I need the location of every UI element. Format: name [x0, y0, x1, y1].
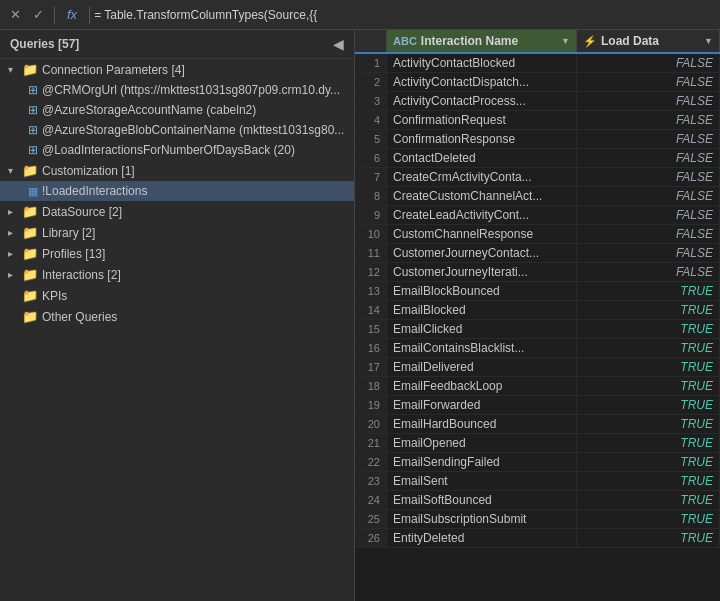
cell-load-data: FALSE [577, 168, 720, 186]
tree-item-azure-blob-container[interactable]: ⊞ @AzureStorageBlobContainerName (mkttes… [0, 120, 354, 140]
table-row[interactable]: 15EmailClickedTRUE [355, 320, 720, 339]
tree-group-datasource[interactable]: ▸ 📁 DataSource [2] [0, 201, 354, 222]
table-row[interactable]: 1ActivityContactBlockedFALSE [355, 54, 720, 73]
cell-row-num: 16 [355, 339, 387, 357]
col-header-name[interactable]: ABC Interaction Name ▼ [387, 30, 577, 52]
cell-load-data: FALSE [577, 73, 720, 91]
table-row[interactable]: 25EmailSubscriptionSubmitTRUE [355, 510, 720, 529]
close-icon[interactable]: ✕ [4, 7, 27, 22]
item-label: !LoadedInteractions [42, 184, 147, 198]
arrow-icon: ▾ [8, 64, 18, 75]
arrow-icon: ▾ [8, 165, 18, 176]
param-icon: ⊞ [28, 83, 38, 97]
cell-load-data: FALSE [577, 263, 720, 281]
folder-icon: 📁 [22, 267, 38, 282]
arrow-icon: ▸ [8, 269, 18, 280]
group-label: Other Queries [42, 310, 117, 324]
cell-row-num: 4 [355, 111, 387, 129]
cell-row-num: 1 [355, 54, 387, 72]
data-body[interactable]: 1ActivityContactBlockedFALSE2ActivityCon… [355, 54, 720, 601]
group-label: Profiles [13] [42, 247, 105, 261]
cell-load-data: TRUE [577, 453, 720, 471]
table-row[interactable]: 23EmailSentTRUE [355, 472, 720, 491]
table-row[interactable]: 14EmailBlockedTRUE [355, 301, 720, 320]
cell-row-num: 3 [355, 92, 387, 110]
table-row[interactable]: 11CustomerJourneyContact...FALSE [355, 244, 720, 263]
table-row[interactable]: 3ActivityContactProcess...FALSE [355, 92, 720, 111]
table-row[interactable]: 12CustomerJourneyIterati...FALSE [355, 263, 720, 282]
tree-item-load-interactions[interactable]: ⊞ @LoadInteractionsForNumberOfDaysBack (… [0, 140, 354, 160]
arrow-icon: ▸ [8, 206, 18, 217]
group-label: KPIs [42, 289, 67, 303]
cell-interaction-name: CreateLeadActivityCont... [387, 206, 577, 224]
cell-row-num: 26 [355, 529, 387, 547]
cell-row-num: 9 [355, 206, 387, 224]
cell-interaction-name: ActivityContactBlocked [387, 54, 577, 72]
collapse-button[interactable]: ◀ [333, 36, 344, 52]
col-sort-name[interactable]: ▼ [557, 36, 570, 46]
cell-interaction-name: EmailSent [387, 472, 577, 490]
cell-interaction-name: EmailClicked [387, 320, 577, 338]
table-row[interactable]: 9CreateLeadActivityCont...FALSE [355, 206, 720, 225]
table-row[interactable]: 22EmailSendingFailedTRUE [355, 453, 720, 472]
table-row[interactable]: 18EmailFeedbackLoopTRUE [355, 377, 720, 396]
tree-item-loaded-interactions[interactable]: ▦ !LoadedInteractions [0, 181, 354, 201]
table-row[interactable]: 6ContactDeletedFALSE [355, 149, 720, 168]
table-row[interactable]: 13EmailBlockBouncedTRUE [355, 282, 720, 301]
table-row[interactable]: 20EmailHardBouncedTRUE [355, 415, 720, 434]
tree-item-crm-org-url[interactable]: ⊞ @CRMOrgUrl (https://mkttest1031sg807p0… [0, 80, 354, 100]
cell-load-data: TRUE [577, 358, 720, 376]
cell-row-num: 15 [355, 320, 387, 338]
queries-list[interactable]: ▾ 📁 Connection Parameters [4] ⊞ @CRMOrgU… [0, 59, 354, 601]
cell-interaction-name: ConfirmationRequest [387, 111, 577, 129]
tree-group-interactions[interactable]: ▸ 📁 Interactions [2] [0, 264, 354, 285]
table-row[interactable]: 5ConfirmationResponseFALSE [355, 130, 720, 149]
cell-interaction-name: ActivityContactProcess... [387, 92, 577, 110]
cell-interaction-name: EntityDeleted [387, 529, 577, 547]
tree-group-library[interactable]: ▸ 📁 Library [2] [0, 222, 354, 243]
tree-group-customization[interactable]: ▾ 📁 Customization [1] [0, 160, 354, 181]
tree-item-azure-storage-account[interactable]: ⊞ @AzureStorageAccountName (cabeln2) [0, 100, 354, 120]
item-label: @AzureStorageAccountName (cabeln2) [42, 103, 256, 117]
tree-group-connection-params[interactable]: ▾ 📁 Connection Parameters [4] [0, 59, 354, 80]
cell-row-num: 11 [355, 244, 387, 262]
cell-interaction-name: ConfirmationResponse [387, 130, 577, 148]
check-icon[interactable]: ✓ [27, 7, 50, 22]
cell-load-data: TRUE [577, 472, 720, 490]
table-row[interactable]: 10CustomChannelResponseFALSE [355, 225, 720, 244]
cell-load-data: TRUE [577, 301, 720, 319]
table-row[interactable]: 19EmailForwardedTRUE [355, 396, 720, 415]
cell-row-num: 2 [355, 73, 387, 91]
table-row[interactable]: 4ConfirmationRequestFALSE [355, 111, 720, 130]
tree-group-kpis[interactable]: 📁 KPIs [0, 285, 354, 306]
cell-row-num: 22 [355, 453, 387, 471]
cell-load-data: TRUE [577, 491, 720, 509]
group-label: Interactions [2] [42, 268, 121, 282]
cell-interaction-name: EmailOpened [387, 434, 577, 452]
table-row[interactable]: 7CreateCrmActivityConta...FALSE [355, 168, 720, 187]
table-row[interactable]: 2ActivityContactDispatch...FALSE [355, 73, 720, 92]
table-row[interactable]: 8CreateCustomChannelAct...FALSE [355, 187, 720, 206]
col-header-load[interactable]: ⚡ Load Data ▼ [577, 30, 720, 52]
col-sort-load[interactable]: ▼ [700, 36, 713, 46]
formula-text: = Table.TransformColumnTypes(Source,{{ [94, 8, 716, 22]
cell-load-data: TRUE [577, 282, 720, 300]
cell-row-num: 20 [355, 415, 387, 433]
main-layout: Queries [57] ◀ ▾ 📁 Connection Parameters… [0, 30, 720, 601]
cell-row-num: 21 [355, 434, 387, 452]
queries-title: Queries [57] [10, 37, 79, 51]
table-row[interactable]: 16EmailContainsBlacklist...TRUE [355, 339, 720, 358]
table-row[interactable]: 17EmailDeliveredTRUE [355, 358, 720, 377]
table-row[interactable]: 21EmailOpenedTRUE [355, 434, 720, 453]
folder-icon: 📁 [22, 246, 38, 261]
table-row[interactable]: 26EntityDeletedTRUE [355, 529, 720, 548]
cell-interaction-name: EmailSoftBounced [387, 491, 577, 509]
cell-row-num: 12 [355, 263, 387, 281]
tree-group-profiles[interactable]: ▸ 📁 Profiles [13] [0, 243, 354, 264]
table-row[interactable]: 24EmailSoftBouncedTRUE [355, 491, 720, 510]
cell-row-num: 24 [355, 491, 387, 509]
cell-load-data: TRUE [577, 377, 720, 395]
tree-group-other-queries[interactable]: 📁 Other Queries [0, 306, 354, 327]
folder-icon: 📁 [22, 309, 38, 324]
cell-interaction-name: EmailHardBounced [387, 415, 577, 433]
